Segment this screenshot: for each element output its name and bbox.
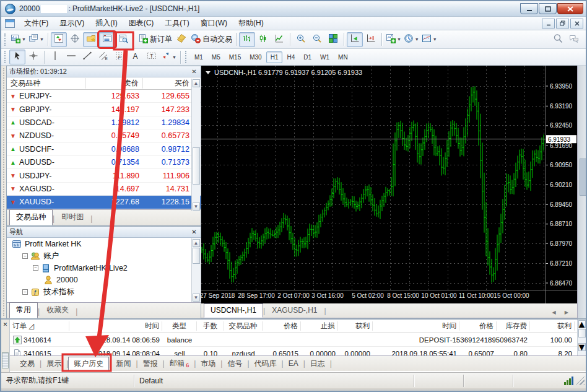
minimize-button[interactable] [520, 3, 538, 14]
dropdown-arrow-icon[interactable]: ▼ [22, 37, 26, 41]
market-watch-row-xagusd[interactable]: ▼XAGUSD-14.69714.731 [7, 183, 201, 196]
text-button[interactable]: A [128, 50, 144, 64]
timeframe-mn[interactable]: MN [334, 51, 352, 63]
chart-tab-0[interactable]: USDCNH-,H1 [204, 303, 263, 318]
timeframe-m30[interactable]: M30 [245, 51, 266, 63]
terminal-column-11[interactable]: 获利 [530, 321, 575, 331]
navigator-tab-0[interactable]: 常用 [9, 302, 38, 318]
terminal-column-9[interactable]: 价格 [459, 321, 497, 331]
terminal-tab-9[interactable]: EA [284, 358, 303, 369]
market-watch-button[interactable] [51, 32, 67, 47]
terminal-row-3410614[interactable]: 34106142018.09.14 08:06:59balanceDEPOSIT… [10, 333, 577, 347]
timeframe-m1[interactable]: M1 [190, 51, 207, 63]
terminal-column-0[interactable]: 订单 ◿ [10, 321, 69, 331]
trendline-button[interactable] [79, 50, 95, 64]
expand-icon[interactable]: − [22, 253, 28, 259]
search-button[interactable] [550, 32, 566, 47]
line-chart-button[interactable] [271, 32, 287, 47]
timeframe-w1[interactable]: W1 [316, 51, 334, 63]
market-watch-row-audusd[interactable]: ▲AUDUSD-0.713540.71373 [7, 156, 201, 169]
terminal-button[interactable] [99, 32, 115, 47]
terminal-tab-3[interactable]: 新闻 [111, 357, 136, 370]
chart-canvas[interactable]: 6.939506.931906.924506.916906.909506.902… [201, 66, 577, 303]
tree-node-0[interactable]: Profit Market HK [7, 238, 201, 250]
tree-node-2[interactable]: −ProfitMarketHK-Live2 [7, 262, 201, 274]
expand-icon[interactable]: − [33, 265, 38, 271]
chart-shift-button[interactable] [363, 32, 379, 47]
status-profile[interactable]: Default [134, 375, 414, 387]
templates-button[interactable]: ▼ [420, 32, 438, 47]
menu-item-1[interactable]: 显示(V) [54, 17, 90, 30]
chart-tab-1[interactable]: XAGUSD-,H1 [265, 303, 324, 318]
dropdown-arrow-icon[interactable]: ▼ [433, 37, 437, 41]
column-ask[interactable]: 买价 [143, 78, 192, 89]
terminal-row-3410615[interactable]: 34106152018.09.14 08:08:04sell0.10nzdusd… [10, 347, 577, 355]
restore-button[interactable] [539, 3, 557, 14]
terminal-column-6[interactable]: 止损 [301, 321, 338, 331]
market-watch-row-xauusd[interactable]: ▼XAUUSD-1227.681228.15 [7, 196, 201, 209]
tile-windows-button[interactable] [325, 32, 341, 47]
menu-item-2[interactable]: 插入(I) [90, 17, 123, 30]
menu-item-3[interactable]: 图表(C) [123, 17, 160, 30]
crosshair-button[interactable] [25, 50, 41, 64]
terminal-tab-1[interactable]: 展示 [41, 357, 66, 370]
dropdown-arrow-icon[interactable]: ▼ [415, 37, 419, 41]
terminal-column-10[interactable]: 库存费 [497, 321, 530, 331]
tree-node-1[interactable]: −账户 [7, 250, 201, 263]
candlestick-button[interactable] [255, 32, 271, 47]
timeframe-m5[interactable]: M5 [207, 51, 225, 63]
vertical-line-button[interactable] [47, 50, 63, 64]
data-window-button[interactable] [67, 32, 83, 47]
timeframe-h1[interactable]: H1 [266, 51, 283, 63]
terminal-column-4[interactable]: 交易品种 [224, 321, 263, 331]
terminal-tab-2[interactable]: 账户历史 [68, 357, 109, 371]
channel-button[interactable]: E [95, 50, 111, 64]
terminal-tab-6[interactable]: 市场 [196, 357, 220, 370]
close-button[interactable] [557, 3, 583, 14]
metaeditor-button[interactable] [173, 32, 189, 47]
navigator-scrollbar[interactable]: ▲ ▼ [191, 238, 200, 302]
bar-chart-button[interactable] [239, 32, 255, 47]
market-watch-row-nzdusd[interactable]: ▼NZDUSD-0.657490.65773 [7, 129, 201, 142]
terminal-tab-8[interactable]: 代码库 [250, 357, 282, 370]
new-order-button[interactable]: 新订单 [137, 32, 173, 47]
terminal-tab-4[interactable]: 警报 [138, 357, 163, 370]
market-watch-row-usdchf[interactable]: ▲USDCHF-0.986880.98712 [7, 143, 201, 156]
timeframe-d1[interactable]: D1 [299, 51, 316, 63]
resize-grip[interactable] [576, 377, 585, 385]
terminal-column-7[interactable]: 获利 [338, 321, 373, 331]
dropdown-arrow-icon[interactable]: ▼ [40, 37, 44, 41]
toolbar-grip[interactable] [4, 51, 7, 63]
market-watch-row-eurjpy[interactable]: ▼EURJPY-129.633129.655 [7, 90, 201, 103]
menu-item-5[interactable]: 窗口(W) [195, 17, 233, 30]
market-watch-tab-1[interactable]: 即时图 [54, 209, 90, 225]
profiles-button[interactable]: ▼ [27, 32, 45, 47]
tree-node-4[interactable]: −f技术指标 [7, 286, 201, 298]
menu-item-4[interactable]: 工具(T) [159, 17, 194, 30]
chart-right-scrollbar[interactable] [577, 66, 587, 318]
navigator-close-icon[interactable]: ✕ [190, 229, 198, 235]
terminal-grip-icon[interactable] [2, 352, 9, 368]
column-bid[interactable]: 卖价 [86, 78, 143, 89]
tree-node-3[interactable]: 20000 [7, 274, 201, 287]
terminal-close-icon[interactable]: ✕ [1, 321, 9, 328]
autotrading-button[interactable]: 自动交易 [189, 32, 233, 47]
child-close-button[interactable] [570, 19, 583, 28]
child-restore-button[interactable] [556, 19, 569, 28]
fibonacci-button[interactable]: F [111, 50, 128, 64]
navigator-tab-1[interactable]: 收藏夹 [40, 302, 76, 318]
timeframe-m15[interactable]: M15 [225, 51, 245, 63]
auto-scroll-button[interactable] [347, 32, 363, 47]
terminal-tab-5[interactable]: 邮箱 6 [165, 357, 194, 370]
terminal-scrollbar[interactable]: ▲ ▼ [577, 320, 586, 355]
market-watch-close-icon[interactable]: ✕ [190, 68, 198, 75]
text-label-button[interactable]: T [144, 50, 160, 64]
strategy-tester-button[interactable] [115, 32, 131, 47]
zoom-in-button[interactable] [293, 32, 309, 47]
terminal-column-3[interactable]: 手数 [197, 321, 224, 331]
terminal-column-8[interactable]: 时间 [373, 321, 459, 331]
chat-button[interactable] [566, 32, 582, 47]
terminal-column-2[interactable]: 类型 [162, 321, 197, 331]
terminal-column-5[interactable]: 价格 [263, 321, 301, 331]
dropdown-arrow-icon[interactable]: ▼ [172, 55, 176, 59]
